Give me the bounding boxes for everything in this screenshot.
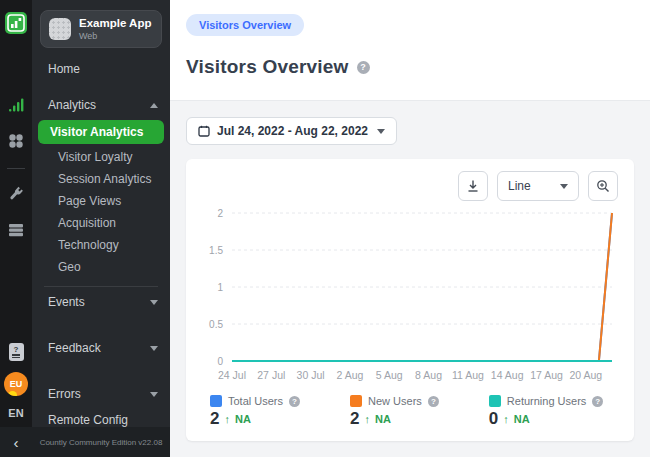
top-header-bar: Visitors Overview Visitors Overview ? <box>170 0 650 101</box>
svg-text:2: 2 <box>217 208 223 219</box>
svg-text:0: 0 <box>217 356 223 367</box>
language-selector[interactable]: EN <box>8 407 23 419</box>
svg-text:27 Jul: 27 Jul <box>257 369 285 381</box>
chevron-down-icon <box>150 300 158 305</box>
total-users-value: 2 <box>210 409 219 429</box>
legend-item-total-users: Total Users ? 2 ↑ NA <box>210 395 300 429</box>
legend-help-icon[interactable]: ? <box>289 396 300 407</box>
sidebar-section-feedback[interactable]: Feedback <box>32 335 170 361</box>
sidebar-section-events[interactable]: Events <box>32 289 170 315</box>
chart-legend: Total Users ? 2 ↑ NA New Users <box>202 395 618 429</box>
rail-divider <box>7 168 25 169</box>
legend-help-icon[interactable]: ? <box>592 396 603 407</box>
trend-up-icon: ↑ <box>224 413 230 425</box>
legend-help-icon[interactable]: ? <box>428 396 439 407</box>
avatar-status-dot <box>8 391 17 396</box>
total-users-delta: NA <box>235 413 251 425</box>
sidebar-item-visitor-analytics[interactable]: Visitor Analytics <box>38 120 164 144</box>
chart-type-value: Line <box>508 179 531 193</box>
feedback-section-label: Feedback <box>48 341 101 355</box>
new-users-delta: NA <box>375 413 391 425</box>
app-icon <box>49 18 71 40</box>
icon-rail: ? EU EN <box>0 0 32 457</box>
errors-section-label: Errors <box>48 387 81 401</box>
returning-users-value: 0 <box>489 409 498 429</box>
chart-type-select[interactable]: Line <box>497 171 579 201</box>
chevron-down-icon <box>150 392 158 397</box>
menu-divider <box>44 286 158 287</box>
svg-text:24 Jul: 24 Jul <box>218 369 246 381</box>
sidebar-item-technology[interactable]: Technology <box>32 234 170 256</box>
chevron-down-icon <box>377 129 385 134</box>
data-populator-icon[interactable] <box>5 219 27 241</box>
svg-text:8 Aug: 8 Aug <box>415 369 442 381</box>
visitors-chart-card: Line 00.511.5224 Jul27 Jul30 Jul2 Aug5 A… <box>186 159 634 441</box>
svg-text:17 Aug: 17 Aug <box>530 369 563 381</box>
sidebar-menu: Example App Web Home Analytics Visitor A… <box>32 0 170 457</box>
returning-users-swatch <box>489 395 501 407</box>
magnifier-icon <box>596 179 610 193</box>
calendar-icon <box>198 125 210 137</box>
legend-label: Returning Users <box>507 395 586 407</box>
apps-grid-icon[interactable] <box>5 130 27 152</box>
date-range-picker[interactable]: Jul 24, 2022 - Aug 22, 2022 <box>186 117 397 145</box>
svg-text:0.5: 0.5 <box>209 319 223 330</box>
page-title: Visitors Overview <box>186 56 349 78</box>
new-users-value: 2 <box>350 409 359 429</box>
sidebar-item-session-analytics[interactable]: Session Analytics <box>32 168 170 190</box>
sidebar-footer: ‹ Countly Community Edition v22.08 <box>0 427 170 457</box>
svg-text:30 Jul: 30 Jul <box>297 369 325 381</box>
countly-logo-icon[interactable] <box>5 12 27 34</box>
events-section-label: Events <box>48 295 85 309</box>
visitors-line-chart: 00.511.5224 Jul27 Jul30 Jul2 Aug5 Aug8 A… <box>202 203 618 391</box>
chevron-down-icon <box>560 184 568 189</box>
returning-users-delta: NA <box>514 413 530 425</box>
trend-up-icon: ↑ <box>503 413 509 425</box>
trend-up-icon: ↑ <box>365 413 371 425</box>
analytics-rail-icon[interactable] <box>5 94 27 116</box>
user-avatar[interactable]: EU <box>4 372 28 396</box>
total-users-swatch <box>210 395 222 407</box>
sidebar-item-geo[interactable]: Geo <box>32 256 170 278</box>
sidebar: ? EU EN Example App Web Home Analytics V… <box>0 0 170 457</box>
sidebar-section-errors[interactable]: Errors <box>32 381 170 407</box>
chevron-down-icon <box>150 346 158 351</box>
analytics-section-label: Analytics <box>48 98 96 112</box>
app-platform: Web <box>79 31 151 41</box>
download-icon <box>466 179 480 193</box>
legend-item-returning-users: Returning Users ? 0 ↑ NA <box>489 395 603 429</box>
sidebar-item-home[interactable]: Home <box>32 56 170 82</box>
content-area: Jul 24, 2022 - Aug 22, 2022 Line <box>170 101 650 457</box>
legend-label: Total Users <box>228 395 283 407</box>
svg-text:1.5: 1.5 <box>209 245 223 256</box>
sidebar-item-visitor-loyalty[interactable]: Visitor Loyalty <box>32 146 170 168</box>
app-selector[interactable]: Example App Web <box>40 10 162 48</box>
zoom-chart-button[interactable] <box>588 171 618 201</box>
svg-text:1: 1 <box>217 282 223 293</box>
svg-text:11 Aug: 11 Aug <box>452 369 484 381</box>
legend-label: New Users <box>368 395 422 407</box>
svg-text:14 Aug: 14 Aug <box>491 369 524 381</box>
main-content: Visitors Overview Visitors Overview ? Ju… <box>170 0 650 457</box>
help-guide-icon[interactable]: ? <box>9 343 24 361</box>
sidebar-item-page-views[interactable]: Page Views <box>32 190 170 212</box>
legend-item-new-users: New Users ? 2 ↑ NA <box>350 395 439 429</box>
breadcrumb[interactable]: Visitors Overview <box>186 14 304 36</box>
collapse-sidebar-button[interactable]: ‹ <box>0 435 32 450</box>
svg-text:2 Aug: 2 Aug <box>336 369 363 381</box>
date-range-value: Jul 24, 2022 - Aug 22, 2022 <box>217 124 368 138</box>
svg-text:20 Aug: 20 Aug <box>569 369 602 381</box>
svg-text:5 Aug: 5 Aug <box>376 369 403 381</box>
chevron-up-icon <box>150 103 158 108</box>
countly-app-window: ? EU EN Example App Web Home Analytics V… <box>0 0 650 457</box>
version-label: Countly Community Edition v22.08 <box>32 438 170 447</box>
new-users-swatch <box>350 395 362 407</box>
rail-bottom-group: ? EU EN <box>0 343 32 419</box>
title-help-icon[interactable]: ? <box>357 61 370 74</box>
management-wrench-icon[interactable] <box>5 183 27 205</box>
chart-toolbar: Line <box>202 171 618 201</box>
avatar-initials: EU <box>10 379 23 389</box>
sidebar-item-acquisition[interactable]: Acquisition <box>32 212 170 234</box>
download-chart-button[interactable] <box>458 171 488 201</box>
sidebar-section-analytics[interactable]: Analytics <box>32 92 170 118</box>
